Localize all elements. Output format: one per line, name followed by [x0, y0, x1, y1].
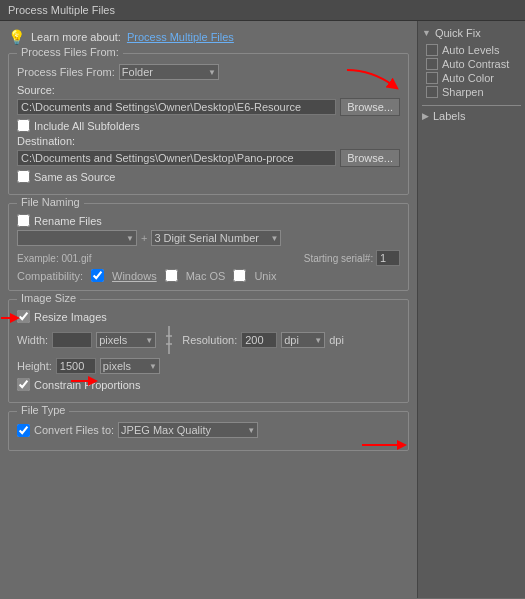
- process-from-group: Process Files From: Process Files From: …: [8, 53, 409, 195]
- resolution-unit-select[interactable]: dpi ppi: [281, 332, 325, 348]
- include-subfolders-label: Include All Subfolders: [34, 120, 140, 132]
- format-select[interactable]: JPEG Max Quality JPEG High Quality TIFF …: [118, 422, 258, 438]
- auto-contrast-item[interactable]: Auto Contrast: [422, 57, 521, 71]
- resolution-label: Resolution:: [182, 334, 237, 346]
- quick-fix-label: Quick Fix: [435, 27, 481, 39]
- labels-triangle: ▶: [422, 111, 429, 121]
- resolution-unit-label: dpi: [329, 334, 344, 346]
- same-as-source-checkbox[interactable]: [17, 170, 30, 183]
- serial-select[interactable]: 3 Digit Serial Number 1 Digit Serial Num…: [151, 230, 281, 246]
- learn-static-text: Learn more about:: [31, 31, 121, 43]
- sharpen-item[interactable]: Sharpen: [422, 85, 521, 99]
- destination-path-row: Browse...: [17, 149, 400, 167]
- sharpen-check: [426, 86, 438, 98]
- example-row: Example: 001.gif Starting serial#:: [17, 250, 400, 266]
- title-text: Process Multiple Files: [8, 4, 115, 16]
- name-field-wrap[interactable]: [17, 230, 137, 246]
- compatibility-label: Compatibility:: [17, 270, 83, 282]
- example-text: Example: 001.gif: [17, 253, 92, 264]
- include-subfolders-row: Include All Subfolders: [17, 119, 400, 132]
- resize-images-checkbox[interactable]: [17, 310, 30, 323]
- left-panel: 💡 Learn more about: Process Multiple Fil…: [0, 21, 417, 598]
- width-label: Width:: [17, 334, 48, 346]
- destination-browse-button[interactable]: Browse...: [340, 149, 400, 167]
- source-label-row: Source:: [17, 84, 400, 96]
- auto-color-check: [426, 72, 438, 84]
- quick-fix-section: ▼ Quick Fix Auto Levels Auto Contrast Au…: [422, 27, 521, 99]
- right-panel-divider: [422, 105, 521, 106]
- compatibility-row: Compatibility: Windows Mac OS Unix: [17, 269, 400, 282]
- auto-levels-item[interactable]: Auto Levels: [422, 43, 521, 57]
- rename-files-checkbox[interactable]: [17, 214, 30, 227]
- width-input[interactable]: [52, 332, 92, 348]
- source-browse-button[interactable]: Browse...: [340, 98, 400, 116]
- width-unit-wrap[interactable]: pixels inches cm percent: [96, 332, 156, 348]
- format-select-wrap[interactable]: JPEG Max Quality JPEG High Quality TIFF …: [118, 422, 258, 438]
- include-subfolders-checkbox[interactable]: [17, 119, 30, 132]
- file-naming-group: File Naming Rename Files + 3 Digit: [8, 203, 409, 291]
- width-row: Width: pixels inches cm percent: [17, 326, 400, 354]
- resolution-unit-wrap[interactable]: dpi ppi: [281, 332, 325, 348]
- height-label: Height:: [17, 360, 52, 372]
- width-unit-select[interactable]: pixels inches cm percent: [96, 332, 156, 348]
- process-from-row: Process Files From: Folder Files Import: [17, 64, 400, 80]
- convert-label: Convert Files to:: [34, 424, 114, 436]
- convert-checkbox[interactable]: [17, 424, 30, 437]
- auto-color-label: Auto Color: [442, 72, 494, 84]
- source-path-row: Browse...: [17, 98, 400, 116]
- file-type-group: File Type Convert Files to: JPEG Max Qua…: [8, 411, 409, 451]
- height-unit-select[interactable]: pixels inches cm: [100, 358, 160, 374]
- image-size-group: Image Size Resize Images: [8, 299, 409, 403]
- serial-select-wrap[interactable]: 3 Digit Serial Number 1 Digit Serial Num…: [151, 230, 281, 246]
- naming-fields-row: + 3 Digit Serial Number 1 Digit Serial N…: [17, 230, 400, 246]
- file-type-group-label: File Type: [17, 404, 69, 416]
- process-from-select[interactable]: Folder Files Import: [119, 64, 219, 80]
- bulb-icon: 💡: [8, 29, 25, 45]
- learn-link[interactable]: Process Multiple Files: [127, 31, 234, 43]
- resize-images-label: Resize Images: [34, 311, 107, 323]
- windows-checkbox[interactable]: [91, 269, 104, 282]
- starting-serial-input[interactable]: [376, 250, 400, 266]
- auto-levels-check: [426, 44, 438, 56]
- source-path-input[interactable]: [17, 99, 336, 115]
- labels-label: Labels: [433, 110, 465, 122]
- starting-serial-label: Starting serial#:: [304, 250, 400, 266]
- rename-files-label: Rename Files: [34, 215, 102, 227]
- auto-contrast-check: [426, 58, 438, 70]
- unix-label: Unix: [254, 270, 276, 282]
- unix-checkbox[interactable]: [233, 269, 246, 282]
- auto-levels-label: Auto Levels: [442, 44, 499, 56]
- image-size-group-label: Image Size: [17, 292, 80, 304]
- destination-path-input[interactable]: [17, 150, 336, 166]
- height-row: Height: pixels inches cm: [17, 358, 400, 374]
- name-field-select[interactable]: [17, 230, 137, 246]
- auto-color-item[interactable]: Auto Color: [422, 71, 521, 85]
- title-bar: Process Multiple Files: [0, 0, 525, 21]
- constrain-row: Constrain Proportions: [17, 378, 400, 391]
- learn-bar: 💡 Learn more about: Process Multiple Fil…: [8, 29, 409, 45]
- labels-header[interactable]: ▶ Labels: [422, 110, 521, 122]
- sharpen-label: Sharpen: [442, 86, 484, 98]
- process-from-select-wrap[interactable]: Folder Files Import: [119, 64, 219, 80]
- link-icon: [162, 326, 176, 354]
- resolution-input[interactable]: [241, 332, 277, 348]
- quick-fix-header[interactable]: ▼ Quick Fix: [422, 27, 521, 39]
- height-input[interactable]: [56, 358, 96, 374]
- constrain-label: Constrain Proportions: [34, 379, 140, 391]
- rename-files-row: Rename Files: [17, 214, 400, 227]
- plus-label: +: [141, 232, 147, 244]
- windows-label: Windows: [112, 270, 157, 282]
- same-as-source-row: Same as Source: [17, 170, 400, 183]
- source-label: Source:: [17, 84, 55, 96]
- wh-link-svg: [162, 326, 176, 354]
- right-panel: ▼ Quick Fix Auto Levels Auto Contrast Au…: [417, 21, 525, 598]
- macos-checkbox[interactable]: [165, 269, 178, 282]
- resize-images-row: Resize Images: [17, 310, 400, 323]
- process-from-group-label: Process Files From:: [17, 46, 123, 58]
- destination-label-row: Destination:: [17, 135, 400, 147]
- format-arrow: [360, 434, 410, 456]
- constrain-checkbox[interactable]: [17, 378, 30, 391]
- convert-row: Convert Files to: JPEG Max Quality JPEG …: [17, 422, 400, 438]
- destination-label: Destination:: [17, 135, 75, 147]
- height-unit-wrap[interactable]: pixels inches cm: [100, 358, 160, 374]
